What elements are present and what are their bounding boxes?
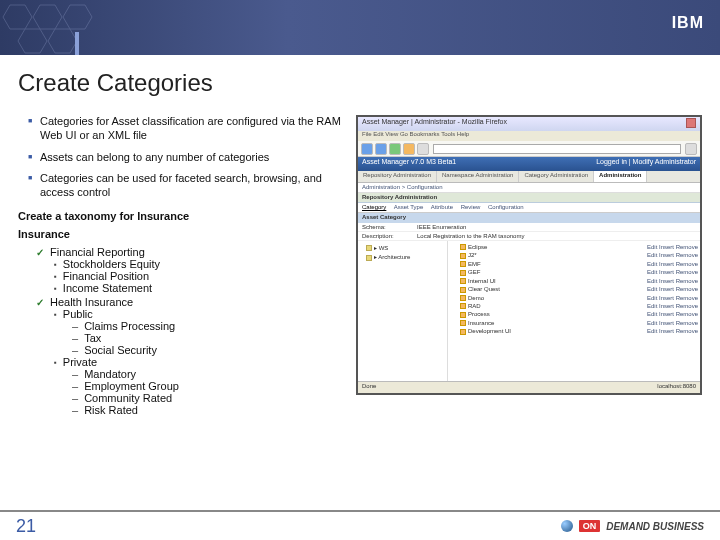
category-icon <box>460 253 466 259</box>
login-info[interactable]: Logged in | Modify Administrator <box>596 158 696 170</box>
tree-item[interactable]: Internal UIEdit Insert Remove <box>450 277 698 285</box>
page-title: Create Categories <box>18 69 702 97</box>
sub-tabs: Category Asset Type Attribute Review Con… <box>358 203 700 213</box>
ibm-logo: IBM <box>672 14 704 32</box>
row-actions[interactable]: Edit Insert Remove <box>647 252 698 258</box>
row-actions[interactable]: Edit Insert Remove <box>647 286 698 292</box>
row-actions[interactable]: Edit Insert Remove <box>647 269 698 275</box>
bullet-item: Assets can belong to any number of categ… <box>28 151 348 165</box>
page-number: 21 <box>16 516 36 537</box>
right-tree: EclipseEdit Insert RemoveJ2*Edit Insert … <box>448 241 700 381</box>
subtab-attribute[interactable]: Attribute <box>431 204 453 210</box>
tree-node: Financial Position <box>54 270 348 282</box>
row-actions[interactable]: Edit Insert Remove <box>647 295 698 301</box>
tree-item[interactable]: DemoEdit Insert Remove <box>450 294 698 302</box>
bullet-item: Categories for Asset classification are … <box>28 115 348 143</box>
row-actions[interactable]: Edit Insert Remove <box>647 261 698 267</box>
tab-category-admin[interactable]: Category Administration <box>519 171 594 182</box>
breadcrumb[interactable]: Administration > Configuration <box>358 183 700 193</box>
tree-node: Income Statement <box>54 282 348 294</box>
row-actions[interactable]: Edit Insert Remove <box>647 328 698 334</box>
bullet-item: Categories can be used for faceted searc… <box>28 172 348 200</box>
subtab-asset-type[interactable]: Asset Type <box>394 204 424 210</box>
category-icon <box>460 270 466 276</box>
svg-marker-4 <box>63 5 92 29</box>
tab-repository-admin[interactable]: Repository Administration <box>358 171 437 182</box>
stop-icon[interactable] <box>403 143 415 155</box>
schema-row: Description: Local Registration to the R… <box>358 232 700 241</box>
go-icon[interactable] <box>685 143 697 155</box>
tree-item[interactable]: ProcessEdit Insert Remove <box>450 310 698 318</box>
row-actions[interactable]: Edit Insert Remove <box>647 311 698 317</box>
tree-node: Health Insurance Public Claims Processin… <box>36 296 348 416</box>
category-icon <box>460 312 466 318</box>
bullet-list: Categories for Asset classification are … <box>18 115 348 200</box>
tree-item[interactable]: RADEdit Insert Remove <box>450 302 698 310</box>
window-title: Asset Manager | Administrator - Mozilla … <box>362 118 507 130</box>
subtab-configuration[interactable]: Configuration <box>488 204 524 210</box>
tree-node: Risk Rated <box>72 404 348 416</box>
on-badge: ON <box>579 520 601 532</box>
subtab-review[interactable]: Review <box>461 204 481 210</box>
ondemand-brand: ON DEMAND BUSINESS <box>561 520 704 532</box>
tree-node: Claims Processing <box>72 320 348 332</box>
tree-item[interactable]: EMFEdit Insert Remove <box>450 260 698 268</box>
home-icon[interactable] <box>417 143 429 155</box>
status-bar: Done localhost:8080 <box>358 381 700 393</box>
header-bar: IBM <box>0 0 720 55</box>
subtab-category[interactable]: Category <box>362 204 386 210</box>
row-actions[interactable]: Edit Insert Remove <box>647 278 698 284</box>
back-icon[interactable] <box>361 143 373 155</box>
tree-item[interactable]: ▸ WS <box>360 243 445 252</box>
panel-title: Asset Category <box>358 213 700 223</box>
tab-administration[interactable]: Administration <box>594 171 647 182</box>
folder-icon <box>366 245 372 251</box>
address-bar[interactable] <box>433 144 681 154</box>
header-accent-bar <box>75 32 79 55</box>
reload-icon[interactable] <box>389 143 401 155</box>
embedded-screenshot: Asset Manager | Administrator - Mozilla … <box>356 115 702 395</box>
row-actions[interactable]: Edit Insert Remove <box>647 320 698 326</box>
category-icon <box>460 287 466 293</box>
tree-item[interactable]: InsuranceEdit Insert Remove <box>450 319 698 327</box>
main-tabs: Repository Administration Namespace Admi… <box>358 171 700 183</box>
row-actions[interactable]: Edit Insert Remove <box>647 303 698 309</box>
tree-item[interactable]: J2*Edit Insert Remove <box>450 251 698 259</box>
status-left: Done <box>362 383 376 392</box>
tree-node: Public Claims Processing Tax Social Secu… <box>54 308 348 356</box>
taxonomy-root: Insurance <box>18 228 348 240</box>
tree-item[interactable]: Development UIEdit Insert Remove <box>450 327 698 335</box>
tree-node: Tax <box>72 332 348 344</box>
folder-icon <box>366 255 372 261</box>
browser-toolbar <box>358 141 700 157</box>
svg-marker-0 <box>3 5 32 29</box>
close-icon[interactable] <box>686 118 696 128</box>
status-right: localhost:8080 <box>657 383 696 392</box>
tree-node: Community Rated <box>72 392 348 404</box>
category-icon <box>460 295 466 301</box>
row-actions[interactable]: Edit Insert Remove <box>647 244 698 250</box>
section-title: Repository Administration <box>358 193 700 203</box>
browser-menu[interactable]: File Edit View Go Bookmarks Tools Help <box>358 131 700 141</box>
tree-item[interactable]: GEFEdit Insert Remove <box>450 268 698 276</box>
left-column: Categories for Asset classification are … <box>18 115 348 418</box>
svg-marker-2 <box>18 29 47 53</box>
taxonomy-heading: Create a taxonomy for Insurance <box>18 210 348 222</box>
taxonomy-tree: Financial Reporting Stockholders Equity … <box>18 246 348 416</box>
tree-item[interactable]: Clear QuestEdit Insert Remove <box>450 285 698 293</box>
app-header: Asset Manager v7.0 M3 Beta1 Logged in | … <box>358 157 700 171</box>
tree-item[interactable]: EclipseEdit Insert Remove <box>450 243 698 251</box>
window-titlebar: Asset Manager | Administrator - Mozilla … <box>358 117 700 131</box>
category-icon <box>460 303 466 309</box>
left-tree: ▸ WS ▸ Architecture <box>358 241 448 381</box>
tab-namespace-admin[interactable]: Namespace Administration <box>437 171 519 182</box>
tree-item[interactable]: ▸ Architecture <box>360 252 445 261</box>
hex-pattern-decor <box>0 0 220 55</box>
tree-node: Financial Reporting Stockholders Equity … <box>36 246 348 294</box>
category-icon <box>460 244 466 250</box>
category-icon <box>460 320 466 326</box>
forward-icon[interactable] <box>375 143 387 155</box>
globe-icon <box>561 520 573 532</box>
category-icon <box>460 261 466 267</box>
brand-text: DEMAND BUSINESS <box>606 521 704 532</box>
